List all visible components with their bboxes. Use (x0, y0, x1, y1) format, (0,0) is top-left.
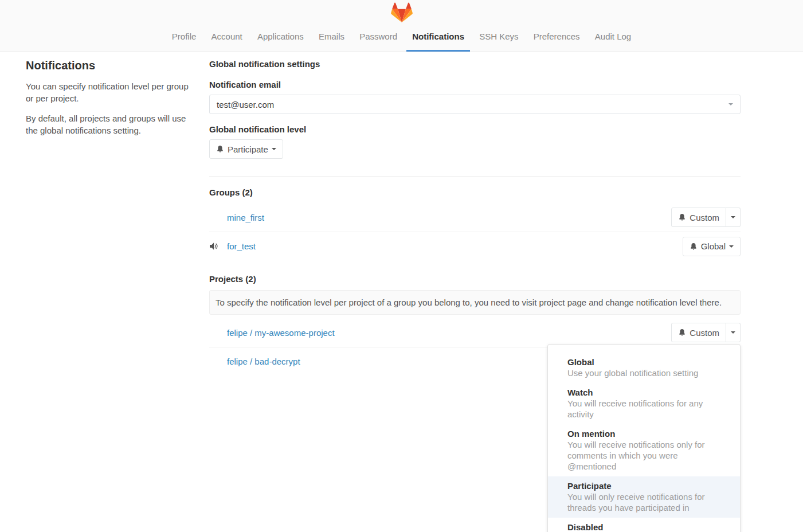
group-level-label: Global (701, 241, 726, 251)
notification-settings-main: Global notification settings Notificatio… (209, 59, 741, 375)
project-link-my-awesome-project[interactable]: felipe / my-awesome-project (227, 328, 335, 338)
sidebar-description-2: By default, all projects and groups will… (26, 112, 198, 136)
page-content: Notifications You can specify notificati… (0, 52, 803, 398)
bell-icon (678, 213, 686, 221)
tab-preferences[interactable]: Preferences (528, 32, 586, 52)
menu-item-title: Participate (567, 480, 726, 491)
menu-item-title: On mention (567, 428, 726, 439)
menu-item-global[interactable]: Global Use your global notification sett… (548, 353, 740, 383)
menu-item-title: Global (567, 357, 726, 367)
menu-item-on-mention[interactable]: On mention You will receive notification… (548, 424, 740, 476)
caret-down-icon (729, 245, 734, 248)
project-row: felipe / my-awesome-project Custom (209, 318, 741, 347)
tab-emails[interactable]: Emails (313, 32, 350, 52)
gitlab-logo[interactable] (391, 2, 413, 24)
project-level-label: Custom (690, 328, 719, 338)
tab-password[interactable]: Password (354, 32, 403, 52)
tab-profile[interactable]: Profile (166, 32, 202, 52)
profile-settings-header: Profile Account Applications Emails Pass… (0, 0, 803, 52)
caret-down-icon (731, 331, 735, 334)
notification-email-select[interactable]: test@user.com (209, 95, 741, 114)
projects-info-note: To specify the notification level per pr… (209, 290, 741, 315)
project-level-caret-button[interactable] (726, 323, 741, 342)
notification-email-label: Notification email (209, 80, 741, 89)
menu-item-disabled[interactable]: Disabled You will not get any notificati… (548, 518, 740, 532)
tab-notifications[interactable]: Notifications (406, 32, 470, 52)
menu-item-description: You will receive notifications only for … (567, 439, 726, 472)
project-level-split-button: Custom (671, 323, 741, 342)
logo-ear-left (392, 2, 398, 9)
project-notification-level-button[interactable]: Custom (671, 323, 726, 342)
notification-email-value: test@user.com (217, 100, 274, 109)
menu-item-watch[interactable]: Watch You will receive notifications for… (548, 383, 740, 424)
sidebar: Notifications You can specify notificati… (26, 59, 198, 375)
groups-title: Groups (2) (209, 187, 741, 197)
groups-list: mine_first Custom (209, 203, 741, 260)
group-level-label: Custom (690, 213, 719, 222)
menu-item-participate[interactable]: Participate You will only receive notifi… (548, 476, 740, 518)
projects-list: felipe / my-awesome-project Custom (209, 318, 741, 375)
menu-item-title: Disabled (567, 522, 726, 532)
tab-ssh-keys[interactable]: SSH Keys (473, 32, 524, 52)
tab-applications[interactable]: Applications (252, 32, 310, 52)
global-notification-level-button[interactable]: Participate (209, 139, 283, 159)
group-notification-level-button[interactable]: Global (683, 237, 741, 256)
tab-audit-log[interactable]: Audit Log (589, 32, 637, 52)
volume-up-icon (209, 242, 222, 251)
menu-item-description: You will only receive notifications for … (567, 491, 726, 513)
level-button-label: Participate (228, 144, 268, 154)
group-link-for-test[interactable]: for_test (227, 241, 256, 251)
global-settings-title: Global notification settings (209, 59, 741, 69)
bell-icon (678, 328, 686, 337)
group-row: for_test Global (209, 232, 741, 260)
projects-title: Projects (2) (209, 274, 741, 284)
tab-account[interactable]: Account (206, 32, 248, 52)
section-divider (209, 176, 741, 177)
group-row: mine_first Custom (209, 203, 741, 232)
caret-down-icon (272, 148, 276, 150)
menu-item-description: Use your global notification setting (567, 367, 726, 378)
notification-level-label: Global notification level (209, 124, 741, 134)
group-level-split-button: Custom (671, 208, 741, 227)
profile-settings-nav: Profile Account Applications Emails Pass… (0, 32, 803, 52)
bell-icon (690, 242, 698, 251)
menu-item-title: Watch (567, 387, 726, 398)
notification-level-menu: Global Use your global notification sett… (547, 344, 741, 532)
page-title: Notifications (26, 59, 198, 72)
logo-ear-right (405, 2, 411, 9)
caret-down-icon (731, 216, 735, 218)
caret-down-icon (728, 103, 733, 105)
group-notification-level-button[interactable]: Custom (671, 208, 726, 227)
menu-item-description: You will receive notifications for any a… (567, 398, 726, 420)
project-level-dropdown-wrap: Custom Global Use your global notificati… (671, 323, 741, 342)
project-link-bad-decrypt[interactable]: felipe / bad-decrypt (227, 357, 300, 366)
group-link-mine-first[interactable]: mine_first (227, 213, 264, 222)
bell-icon (216, 145, 224, 153)
group-level-caret-button[interactable] (726, 208, 741, 227)
sidebar-description-1: You can specify notification level per g… (26, 80, 198, 104)
